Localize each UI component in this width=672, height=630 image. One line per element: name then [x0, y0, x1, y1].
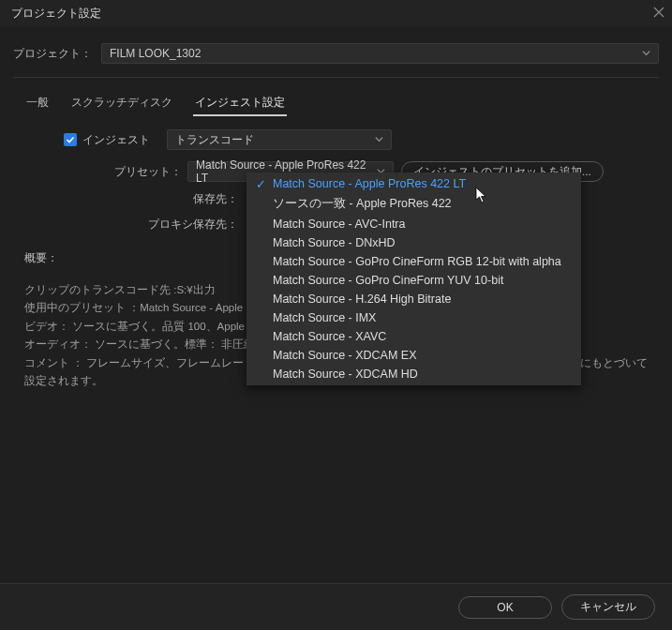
tab-ingest[interactable]: インジェスト設定 — [193, 91, 287, 116]
preset-dropdown: Match Source - Apple ProRes 422 LT ソースの一… — [246, 172, 581, 385]
dropdown-item[interactable]: Match Source - H.264 High Bitrate — [246, 290, 581, 308]
dropdown-item[interactable]: Match Source - XDCAM HD — [246, 365, 581, 383]
project-select-value: FILM LOOK_1302 — [110, 47, 201, 60]
cancel-button[interactable]: キャンセル — [561, 594, 655, 620]
dropdown-item[interactable]: Match Source - IMX — [246, 308, 581, 327]
dropdown-item[interactable]: Match Source - AVC-Intra — [246, 215, 581, 233]
close-icon[interactable] — [653, 7, 665, 21]
mouse-cursor-icon — [475, 187, 488, 206]
ingest-checkbox[interactable] — [64, 133, 77, 146]
cancel-button-label: キャンセル — [580, 600, 636, 613]
project-row: プロジェクト： FILM LOOK_1302 — [0, 26, 672, 77]
chevron-down-icon — [642, 47, 650, 60]
dropdown-item[interactable]: Match Source - GoPro CineForm RGB 12-bit… — [246, 252, 581, 271]
ok-button[interactable]: OK — [458, 596, 552, 619]
ingest-checkbox-label: インジェスト — [82, 132, 150, 148]
tab-scratch[interactable]: スクラッチディスク — [69, 91, 174, 116]
tabs: 一般 スクラッチディスク インジェスト設定 — [24, 91, 672, 116]
ingest-mode-select[interactable]: トランスコード — [167, 129, 392, 150]
dropdown-item[interactable]: Match Source - Apple ProRes 422 LT — [246, 174, 581, 193]
ingest-checkbox-group: インジェスト — [64, 132, 150, 148]
window-title: プロジェクト設定 — [11, 6, 101, 22]
proxy-saveto-label: プロキシ保存先： — [24, 217, 244, 232]
footer: OK キャンセル — [0, 583, 672, 630]
dropdown-item[interactable]: Match Source - GoPro CineForm YUV 10-bit — [246, 271, 581, 290]
dropdown-item[interactable]: Match Source - XDCAM EX — [246, 346, 581, 365]
titlebar: プロジェクト設定 — [0, 0, 672, 26]
dropdown-item[interactable]: Match Source - DNxHD — [246, 233, 581, 252]
project-select[interactable]: FILM LOOK_1302 — [101, 43, 659, 64]
tab-general[interactable]: 一般 — [24, 91, 51, 116]
separator — [13, 77, 659, 78]
dropdown-item[interactable]: Match Source - XAVC — [246, 327, 581, 346]
dropdown-item[interactable]: ソースの一致 - Apple ProRes 422 — [246, 193, 581, 215]
preset-label: プリセット： — [24, 164, 187, 180]
chevron-down-icon — [375, 133, 383, 146]
ingest-mode-value: トランスコード — [175, 132, 254, 148]
ok-button-label: OK — [497, 601, 513, 614]
saveto-label: 保存先： — [24, 191, 244, 207]
ingest-row: インジェスト トランスコード — [64, 129, 648, 150]
project-label: プロジェクト： — [13, 46, 92, 62]
